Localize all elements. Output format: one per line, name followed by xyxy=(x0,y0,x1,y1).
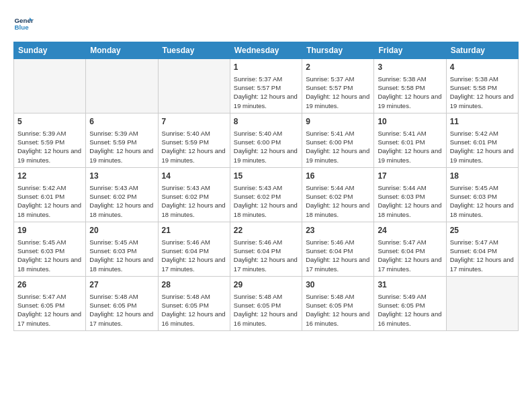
calendar-cell: 30Sunrise: 5:48 AM Sunset: 6:05 PM Dayli… xyxy=(302,276,374,330)
calendar-cell: 29Sunrise: 5:48 AM Sunset: 6:05 PM Dayli… xyxy=(230,276,302,330)
logo-icon: General Blue xyxy=(13,13,34,34)
weekday-header: Wednesday xyxy=(230,42,302,59)
calendar-cell: 8Sunrise: 5:40 AM Sunset: 6:00 PM Daylig… xyxy=(230,113,302,167)
calendar-cell: 3Sunrise: 5:38 AM Sunset: 5:58 PM Daylig… xyxy=(374,59,446,113)
day-info: Sunrise: 5:48 AM Sunset: 6:05 PM Dayligh… xyxy=(162,292,226,328)
day-number: 23 xyxy=(306,225,370,236)
day-info: Sunrise: 5:39 AM Sunset: 5:59 PM Dayligh… xyxy=(89,129,154,165)
day-info: Sunrise: 5:37 AM Sunset: 5:57 PM Dayligh… xyxy=(234,75,298,110)
calendar-cell: 6Sunrise: 5:39 AM Sunset: 5:59 PM Daylig… xyxy=(86,113,158,167)
day-number: 10 xyxy=(378,116,442,128)
day-info: Sunrise: 5:46 AM Sunset: 6:04 PM Dayligh… xyxy=(234,238,298,273)
calendar-cell xyxy=(14,59,86,113)
day-number: 21 xyxy=(162,225,226,236)
calendar-cell: 9Sunrise: 5:41 AM Sunset: 6:00 PM Daylig… xyxy=(302,113,374,167)
day-info: Sunrise: 5:44 AM Sunset: 6:03 PM Dayligh… xyxy=(378,183,442,219)
calendar-cell xyxy=(446,276,518,330)
day-number: 12 xyxy=(17,171,82,182)
calendar-cell: 22Sunrise: 5:46 AM Sunset: 6:04 PM Dayli… xyxy=(230,222,302,276)
day-number: 9 xyxy=(306,116,370,128)
calendar-cell: 27Sunrise: 5:48 AM Sunset: 6:05 PM Dayli… xyxy=(86,276,158,330)
day-number: 19 xyxy=(17,225,82,236)
day-number: 24 xyxy=(378,225,442,236)
calendar-cell: 5Sunrise: 5:39 AM Sunset: 5:59 PM Daylig… xyxy=(14,113,86,167)
weekday-header: Monday xyxy=(86,42,158,59)
logo: General Blue xyxy=(13,13,36,34)
day-number: 2 xyxy=(306,62,370,73)
day-number: 29 xyxy=(234,279,298,291)
calendar-cell: 18Sunrise: 5:45 AM Sunset: 6:03 PM Dayli… xyxy=(446,167,518,222)
day-number: 25 xyxy=(450,225,515,236)
day-info: Sunrise: 5:42 AM Sunset: 6:01 PM Dayligh… xyxy=(450,129,515,165)
calendar-cell: 13Sunrise: 5:43 AM Sunset: 6:02 PM Dayli… xyxy=(86,167,158,222)
day-number: 26 xyxy=(17,279,82,291)
day-info: Sunrise: 5:40 AM Sunset: 6:00 PM Dayligh… xyxy=(234,129,298,165)
calendar-cell: 11Sunrise: 5:42 AM Sunset: 6:01 PM Dayli… xyxy=(446,113,518,167)
calendar-cell: 28Sunrise: 5:48 AM Sunset: 6:05 PM Dayli… xyxy=(158,276,230,330)
day-info: Sunrise: 5:48 AM Sunset: 6:05 PM Dayligh… xyxy=(306,292,370,328)
day-info: Sunrise: 5:46 AM Sunset: 6:04 PM Dayligh… xyxy=(306,238,370,273)
weekday-header: Thursday xyxy=(302,42,374,59)
day-info: Sunrise: 5:46 AM Sunset: 6:04 PM Dayligh… xyxy=(162,238,226,273)
day-info: Sunrise: 5:44 AM Sunset: 6:02 PM Dayligh… xyxy=(306,183,370,219)
weekday-header: Tuesday xyxy=(158,42,230,59)
day-info: Sunrise: 5:48 AM Sunset: 6:05 PM Dayligh… xyxy=(234,292,298,328)
day-number: 8 xyxy=(234,116,298,128)
day-number: 28 xyxy=(162,279,226,291)
day-number: 7 xyxy=(162,116,226,128)
day-info: Sunrise: 5:43 AM Sunset: 6:02 PM Dayligh… xyxy=(234,183,298,219)
day-number: 14 xyxy=(162,171,226,182)
calendar-cell: 25Sunrise: 5:47 AM Sunset: 6:04 PM Dayli… xyxy=(446,222,518,276)
calendar-cell: 19Sunrise: 5:45 AM Sunset: 6:03 PM Dayli… xyxy=(14,222,86,276)
day-info: Sunrise: 5:39 AM Sunset: 5:59 PM Dayligh… xyxy=(17,129,82,165)
day-info: Sunrise: 5:45 AM Sunset: 6:03 PM Dayligh… xyxy=(89,238,154,273)
day-number: 15 xyxy=(234,171,298,182)
day-number: 5 xyxy=(17,116,82,128)
calendar-cell: 24Sunrise: 5:47 AM Sunset: 6:04 PM Dayli… xyxy=(374,222,446,276)
day-info: Sunrise: 5:47 AM Sunset: 6:04 PM Dayligh… xyxy=(378,238,442,273)
day-number: 4 xyxy=(450,62,515,73)
svg-text:Blue: Blue xyxy=(15,24,30,31)
day-info: Sunrise: 5:43 AM Sunset: 6:02 PM Dayligh… xyxy=(162,183,226,219)
day-number: 27 xyxy=(89,279,154,291)
calendar-cell xyxy=(158,59,230,113)
calendar-week-row: 19Sunrise: 5:45 AM Sunset: 6:03 PM Dayli… xyxy=(14,222,519,276)
day-number: 17 xyxy=(378,171,442,182)
calendar-cell: 23Sunrise: 5:46 AM Sunset: 6:04 PM Dayli… xyxy=(302,222,374,276)
calendar-week-row: 1Sunrise: 5:37 AM Sunset: 5:57 PM Daylig… xyxy=(14,59,519,113)
calendar-cell: 17Sunrise: 5:44 AM Sunset: 6:03 PM Dayli… xyxy=(374,167,446,222)
day-info: Sunrise: 5:49 AM Sunset: 6:05 PM Dayligh… xyxy=(378,292,442,328)
day-info: Sunrise: 5:41 AM Sunset: 6:00 PM Dayligh… xyxy=(306,129,370,165)
day-info: Sunrise: 5:47 AM Sunset: 6:05 PM Dayligh… xyxy=(17,292,82,328)
calendar-cell: 16Sunrise: 5:44 AM Sunset: 6:02 PM Dayli… xyxy=(302,167,374,222)
header: General Blue xyxy=(13,13,519,34)
calendar-cell: 20Sunrise: 5:45 AM Sunset: 6:03 PM Dayli… xyxy=(86,222,158,276)
calendar-cell: 10Sunrise: 5:41 AM Sunset: 6:01 PM Dayli… xyxy=(374,113,446,167)
calendar-cell: 1Sunrise: 5:37 AM Sunset: 5:57 PM Daylig… xyxy=(230,59,302,113)
calendar-cell: 31Sunrise: 5:49 AM Sunset: 6:05 PM Dayli… xyxy=(374,276,446,330)
calendar-week-row: 12Sunrise: 5:42 AM Sunset: 6:01 PM Dayli… xyxy=(14,167,519,222)
calendar-cell: 26Sunrise: 5:47 AM Sunset: 6:05 PM Dayli… xyxy=(14,276,86,330)
day-info: Sunrise: 5:40 AM Sunset: 5:59 PM Dayligh… xyxy=(162,129,226,165)
day-info: Sunrise: 5:42 AM Sunset: 6:01 PM Dayligh… xyxy=(17,183,82,219)
calendar-week-row: 26Sunrise: 5:47 AM Sunset: 6:05 PM Dayli… xyxy=(14,276,519,330)
calendar-cell: 2Sunrise: 5:37 AM Sunset: 5:57 PM Daylig… xyxy=(302,59,374,113)
day-number: 18 xyxy=(450,171,515,182)
day-info: Sunrise: 5:45 AM Sunset: 6:03 PM Dayligh… xyxy=(17,238,82,273)
day-number: 31 xyxy=(378,279,442,291)
day-info: Sunrise: 5:47 AM Sunset: 6:04 PM Dayligh… xyxy=(450,238,515,273)
day-number: 22 xyxy=(234,225,298,236)
calendar-cell: 12Sunrise: 5:42 AM Sunset: 6:01 PM Dayli… xyxy=(14,167,86,222)
day-info: Sunrise: 5:41 AM Sunset: 6:01 PM Dayligh… xyxy=(378,129,442,165)
day-number: 16 xyxy=(306,171,370,182)
calendar-cell: 7Sunrise: 5:40 AM Sunset: 5:59 PM Daylig… xyxy=(158,113,230,167)
calendar-cell xyxy=(86,59,158,113)
day-info: Sunrise: 5:48 AM Sunset: 6:05 PM Dayligh… xyxy=(89,292,154,328)
calendar-table: SundayMondayTuesdayWednesdayThursdayFrid… xyxy=(13,42,519,331)
day-number: 6 xyxy=(89,116,154,128)
calendar-cell: 14Sunrise: 5:43 AM Sunset: 6:02 PM Dayli… xyxy=(158,167,230,222)
day-info: Sunrise: 5:43 AM Sunset: 6:02 PM Dayligh… xyxy=(89,183,154,219)
day-number: 20 xyxy=(89,225,154,236)
page: General Blue SundayMondayTuesdayWednesda… xyxy=(0,0,532,411)
calendar-week-row: 5Sunrise: 5:39 AM Sunset: 5:59 PM Daylig… xyxy=(14,113,519,167)
